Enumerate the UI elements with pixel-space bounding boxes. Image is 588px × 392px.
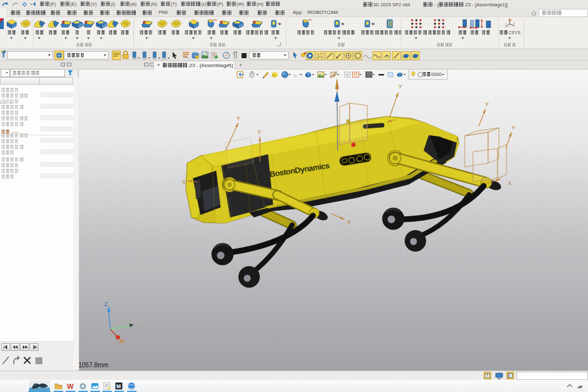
svg-text:X: X <box>182 179 186 185</box>
svg-text:Z: Z <box>505 23 507 26</box>
svg-text:Y: Y <box>257 129 261 135</box>
svg-text:Y: Y <box>510 18 512 21</box>
svg-text:X: X <box>513 22 515 25</box>
svg-text:Y: Y <box>485 101 489 107</box>
svg-text:Y: Y <box>236 115 240 121</box>
svg-text:X: X <box>508 180 511 187</box>
svg-text:M: M <box>116 383 121 389</box>
svg-text:Y: Y <box>511 125 515 131</box>
svg-text:Z: Z <box>104 301 107 307</box>
svg-text:Y: Y <box>137 322 140 328</box>
svg-text:X: X <box>347 219 351 225</box>
svg-text:Y: Y <box>398 83 402 90</box>
svg-text:W: W <box>67 383 74 390</box>
